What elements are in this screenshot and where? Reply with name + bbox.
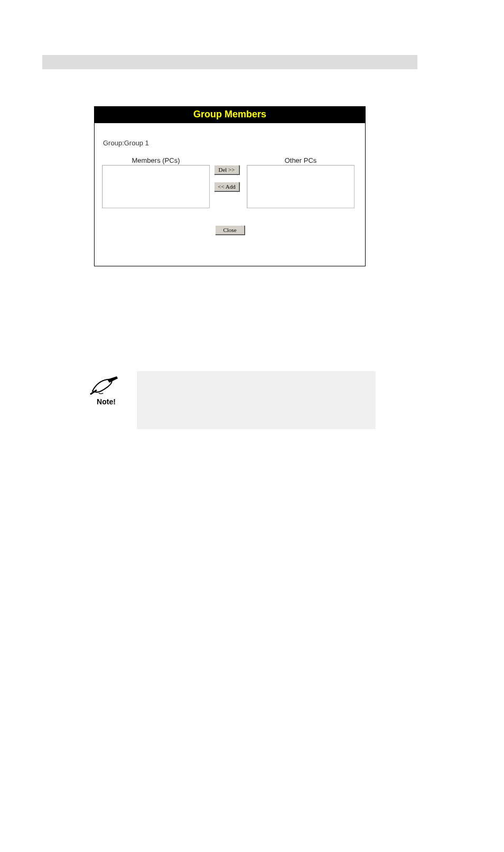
note-icon-block: Note! [88, 375, 125, 406]
others-header: Other PCs [247, 156, 354, 164]
transfer-buttons: Del >> << Add [214, 156, 242, 191]
del-button[interactable]: Del >> [214, 165, 239, 174]
note-label: Note! [88, 397, 125, 406]
dialog-title: Group Members [95, 107, 365, 123]
dialog-body: Group:Group 1 Members (PCs) Del >> << Ad… [95, 123, 365, 266]
close-button[interactable]: Close [215, 225, 245, 235]
members-column: Members (PCs) [102, 156, 210, 208]
others-listbox[interactable] [247, 165, 354, 208]
group-name-label: Group:Group 1 [103, 139, 358, 147]
others-column: Other PCs [247, 156, 354, 208]
columns-row: Members (PCs) Del >> << Add Other PCs [102, 156, 358, 208]
top-gray-bar [42, 55, 417, 69]
add-button[interactable]: << Add [214, 182, 239, 191]
close-row: Close [102, 225, 358, 235]
note-content-box [137, 371, 376, 429]
group-members-dialog: Group Members Group:Group 1 Members (PCs… [94, 106, 366, 266]
members-header: Members (PCs) [102, 156, 210, 164]
members-listbox[interactable] [102, 165, 210, 208]
writing-hand-icon [89, 375, 123, 397]
